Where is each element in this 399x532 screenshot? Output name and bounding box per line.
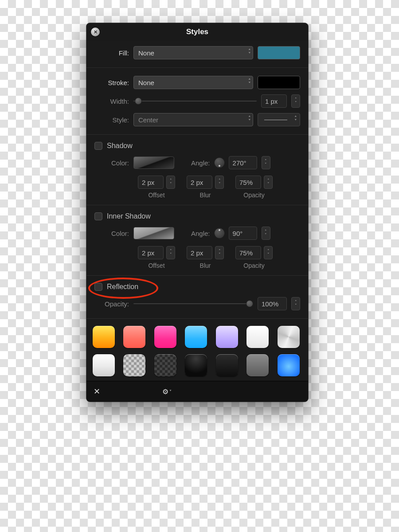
inner-shadow-angle-stepper[interactable] xyxy=(262,227,270,240)
shadow-color-swatch[interactable] xyxy=(133,156,174,169)
shadow-angle-field[interactable]: 270° xyxy=(229,156,257,169)
inner-shadow-label: Inner Shadow xyxy=(107,212,151,220)
stroke-width-stepper[interactable] xyxy=(291,94,300,108)
stroke-type-select[interactable]: None xyxy=(133,76,253,89)
shadow-opacity-caption: Opacity xyxy=(243,192,264,199)
inner-shadow-values-row: 2 px Offset 2 px Blur 75% Opacity xyxy=(94,243,300,270)
chevron-updown-icon xyxy=(248,50,250,56)
preset-white-beveled[interactable] xyxy=(93,354,115,376)
shadow-offset-stepper[interactable] xyxy=(166,176,175,189)
shadow-blur-field[interactable]: 2 px xyxy=(187,176,212,189)
preset-brushed-metal[interactable] xyxy=(278,326,300,348)
shadow-label: Shadow xyxy=(107,142,133,150)
stroke-style-label: Style: xyxy=(94,116,129,124)
inner-shadow-offset-stepper[interactable] xyxy=(166,246,175,259)
close-button[interactable] xyxy=(91,27,100,36)
shadow-offset-caption: Offset xyxy=(148,192,164,199)
preset-sky-gloss[interactable] xyxy=(185,326,207,348)
preset-grey-button[interactable] xyxy=(246,354,269,376)
shadow-opacity-stepper[interactable] xyxy=(264,176,273,189)
inner-shadow-blur-caption: Blur xyxy=(200,262,211,269)
shadow-offset-field[interactable]: 2 px xyxy=(138,176,164,189)
reflection-opacity-row: Opacity: 100% xyxy=(94,294,300,313)
fill-row: Fill: None xyxy=(94,43,300,62)
preset-blue-glow[interactable] xyxy=(278,354,300,376)
gear-icon: ⚙ xyxy=(162,387,168,396)
reflection-opacity-field[interactable]: 100% xyxy=(258,297,287,310)
chevron-updown-icon xyxy=(248,79,250,86)
stroke-width-row: Width: 1 px xyxy=(94,92,300,110)
stroke-width-value: 1 px xyxy=(262,98,286,105)
inner-shadow-offset-caption: Offset xyxy=(148,262,164,269)
preset-magenta-gloss[interactable] xyxy=(154,326,176,348)
shadow-color-angle-row: Color: Angle: 270° xyxy=(94,153,300,172)
inner-shadow-offset-field[interactable]: 2 px xyxy=(138,246,164,259)
preset-black-fade[interactable] xyxy=(185,354,207,376)
stroke-label: Stroke: xyxy=(94,79,129,86)
shadow-opacity-field[interactable]: 75% xyxy=(235,176,261,189)
stroke-type-value: None xyxy=(138,79,154,86)
shadow-values-row: 2 px Offset 2 px Blur 75% Opacity xyxy=(94,172,300,200)
chevron-updown-icon xyxy=(248,117,250,123)
shadow-blur-caption: Blur xyxy=(200,192,211,199)
shadow-checkbox[interactable] xyxy=(94,142,102,150)
stroke-align-select[interactable]: Center xyxy=(133,113,253,126)
preset-lilac-gloss[interactable] xyxy=(216,326,238,348)
reflection-checkbox[interactable] xyxy=(94,283,102,291)
fill-color-swatch[interactable] xyxy=(258,46,300,59)
inner-shadow-color-swatch[interactable] xyxy=(133,227,174,239)
fill-type-select[interactable]: None xyxy=(133,46,253,59)
fill-label: Fill: xyxy=(94,49,129,57)
stroke-dash-select[interactable] xyxy=(258,113,300,126)
inner-shadow-angle-field[interactable]: 90° xyxy=(229,227,257,240)
divider xyxy=(86,205,308,205)
inner-shadow-header: Inner Shadow xyxy=(94,211,300,224)
stroke-align-value: Center xyxy=(138,116,158,124)
stroke-row: Stroke: None xyxy=(94,73,300,92)
inner-shadow-opacity-stepper[interactable] xyxy=(264,246,273,259)
shadow-blur-stepper[interactable] xyxy=(215,176,224,189)
panel-footer: ✕ ⚙ ˅ xyxy=(86,381,308,402)
inner-shadow-color-angle-row: Color: Angle: 90° xyxy=(94,224,300,243)
inner-shadow-angle-value: 90° xyxy=(229,230,257,237)
stroke-width-label: Width: xyxy=(94,98,129,105)
preset-black-flat[interactable] xyxy=(216,354,238,376)
reflection-opacity-label: Opacity: xyxy=(94,300,129,308)
preset-checker-dark[interactable] xyxy=(154,354,176,376)
divider xyxy=(86,67,308,68)
stroke-width-slider[interactable] xyxy=(133,97,257,106)
inner-shadow-color-label: Color: xyxy=(94,230,129,237)
stroke-color-swatch[interactable] xyxy=(258,76,300,89)
clear-style-button[interactable]: ✕ xyxy=(94,387,100,396)
preset-checker-opaque[interactable] xyxy=(123,354,145,376)
fill-type-value: None xyxy=(138,49,154,57)
panel-content: Fill: None Stroke: None Width: 1 xyxy=(86,41,308,319)
shadow-angle-stepper[interactable] xyxy=(262,156,270,169)
preset-white-gloss[interactable] xyxy=(246,326,269,348)
reflection-label: Reflection xyxy=(107,283,138,291)
reflection-opacity-stepper[interactable] xyxy=(291,297,300,310)
inner-shadow-checkbox[interactable] xyxy=(94,212,102,220)
divider xyxy=(86,318,308,319)
preset-orange-gloss[interactable] xyxy=(93,326,115,348)
stroke-width-field[interactable]: 1 px xyxy=(261,94,287,108)
shadow-header: Shadow xyxy=(94,140,300,153)
inner-shadow-opacity-field[interactable]: 75% xyxy=(235,246,261,259)
reflection-header: Reflection xyxy=(94,281,300,294)
inner-shadow-blur-stepper[interactable] xyxy=(215,246,224,259)
style-presets-grid xyxy=(86,319,308,381)
titlebar: Styles xyxy=(86,23,308,41)
reflection-opacity-value: 100% xyxy=(258,300,286,308)
presets-menu-button[interactable]: ⚙ ˅ xyxy=(162,387,172,396)
chevron-down-icon: ˅ xyxy=(169,389,172,394)
shadow-angle-dial[interactable] xyxy=(215,158,224,168)
shadow-angle-value: 270° xyxy=(229,159,257,167)
styles-panel: Styles Fill: None Stroke: None Width: xyxy=(86,23,308,402)
inner-shadow-angle-label: Angle: xyxy=(191,230,210,237)
reflection-opacity-slider[interactable] xyxy=(133,299,253,308)
inner-shadow-angle-dial[interactable] xyxy=(215,228,224,238)
inner-shadow-blur-field[interactable]: 2 px xyxy=(187,246,212,259)
divider xyxy=(86,134,308,135)
stroke-style-row: Style: Center xyxy=(94,110,300,129)
preset-coral-gloss[interactable] xyxy=(123,326,145,348)
